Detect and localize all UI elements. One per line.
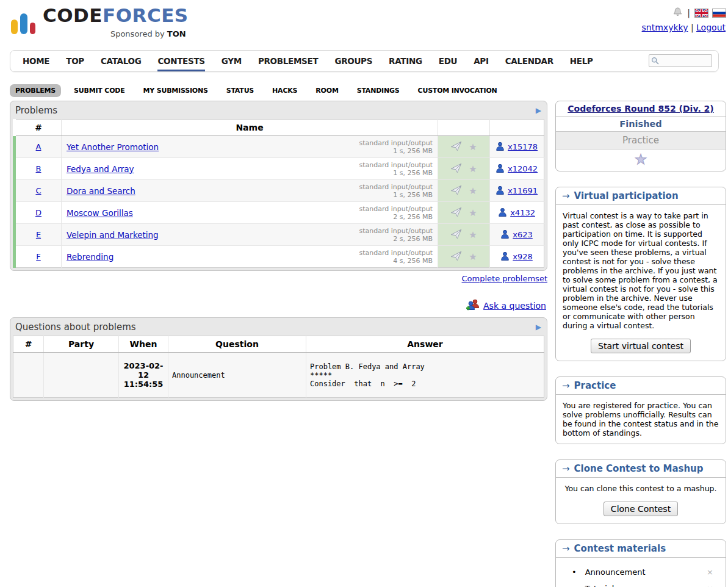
main-nav-items: HOMETOPCATALOGCONTESTSGYMPROBLEMSETGROUP… (23, 51, 593, 71)
subnav-item-standings[interactable]: STANDINGS (351, 84, 405, 97)
separator: | (691, 23, 694, 32)
nav-item-calendar[interactable]: CALENDAR (505, 51, 553, 71)
close-icon[interactable]: × (703, 584, 717, 587)
problem-letter-link[interactable]: A (36, 142, 41, 151)
favorite-star-icon[interactable]: ★ (469, 142, 477, 153)
problem-letter-link[interactable]: D (35, 208, 41, 217)
problem-limits: standard input/output 1 s, 256 MB (353, 161, 433, 177)
practice-text: You are registered for practice. You can… (556, 395, 726, 444)
favorite-star-icon[interactable]: ★ (469, 207, 477, 218)
material-link[interactable]: Tutorial (585, 584, 614, 587)
english-flag-icon[interactable] (695, 9, 708, 17)
problem-name-link[interactable]: Rebrending (67, 252, 114, 262)
subnav-item-status[interactable]: STATUS (221, 84, 259, 97)
nav-item-problemset[interactable]: PROBLEMSET (258, 51, 318, 71)
expand-arrow-icon[interactable]: ▶ (536, 106, 541, 115)
logo-bars-icon (11, 7, 35, 34)
paper-plane-icon[interactable] (450, 254, 464, 263)
nav-item-help[interactable]: HELP (570, 51, 593, 71)
questions-caption: Questions about problems (15, 322, 136, 333)
paper-plane-icon[interactable] (450, 232, 464, 241)
bullet-icon: • (572, 567, 577, 577)
arrow-icon: → (562, 190, 570, 201)
nav-item-catalog[interactable]: CATALOG (101, 51, 142, 71)
problem-letter-link[interactable]: F (36, 252, 40, 261)
nav-item-edu[interactable]: EDU (439, 51, 458, 71)
problem-row: C Dora and Search standard input/output … (15, 180, 544, 202)
question-row: 2023-02-12 11:54:55 Announcement Problem… (13, 353, 544, 398)
problem-letter-link[interactable]: E (36, 230, 41, 239)
solved-count-link[interactable]: x15178 (508, 142, 538, 151)
question-answer: Problem B. Fedya and Array ***** Conside… (306, 353, 544, 398)
subnav-item-submit-code[interactable]: SUBMIT CODE (68, 84, 130, 97)
material-item: • Tutorial × (572, 580, 722, 587)
paper-plane-icon[interactable] (450, 144, 464, 153)
paper-plane-icon[interactable] (450, 188, 464, 197)
problems-caption: Problems (15, 105, 57, 116)
materials-list: • Announcement × • Tutorial × (556, 558, 726, 587)
close-icon[interactable]: × (703, 567, 717, 577)
practice-title: Practice (574, 380, 616, 391)
contest-info-box: Codeforces Round 852 (Div. 2) Finished P… (555, 101, 726, 171)
start-virtual-contest-button[interactable]: Start virtual contest (591, 339, 691, 353)
problem-name-link[interactable]: Dora and Search (67, 186, 135, 196)
russian-flag-icon[interactable] (713, 9, 726, 17)
username-link[interactable]: sntmxykky (642, 23, 688, 32)
problems-col-name: Name (62, 120, 438, 136)
question-num (13, 353, 44, 398)
clone-contest-button[interactable]: Clone Contest (604, 502, 678, 516)
problem-limits: standard input/output 4 s, 256 MB (353, 249, 433, 265)
favorite-star-icon[interactable]: ★ (469, 251, 477, 262)
solved-count-link[interactable]: x11691 (508, 186, 538, 195)
questions-table: # Party When Question Answer 2023-02-12 … (13, 336, 544, 398)
problem-limits: standard input/output 1 s, 256 MB (353, 183, 433, 199)
nav-item-contests[interactable]: CONTESTS (157, 51, 204, 71)
paper-plane-icon[interactable] (450, 166, 464, 175)
subnav-item-custom-invocation[interactable]: CUSTOM INVOCATION (413, 84, 503, 97)
subnav-item-my-submissions[interactable]: MY SUBMISSIONS (138, 84, 214, 97)
favorite-star-icon[interactable]: ★ (469, 229, 477, 240)
contest-materials-title: Contest materials (574, 543, 666, 554)
solved-count-link[interactable]: x4132 (510, 208, 535, 217)
contest-materials-box: → Contest materials • Announcement × • T… (555, 539, 726, 587)
favorite-star-icon[interactable]: ★ (469, 164, 477, 175)
solved-count-link[interactable]: x928 (513, 252, 533, 261)
ask-question-link[interactable]: Ask a question (483, 301, 546, 311)
paper-plane-icon[interactable] (450, 210, 464, 219)
contest-status: Finished (556, 117, 726, 132)
subnav-item-hacks[interactable]: HACKS (267, 84, 303, 97)
nav-item-rating[interactable]: RATING (389, 51, 422, 71)
problem-name-link[interactable]: Fedya and Array (67, 164, 134, 174)
codeforces-logo[interactable]: CODEFORCES Sponsored by TON (10, 6, 189, 43)
virtual-participation-text: Virtual contest is a way to take part in… (556, 205, 726, 336)
favorite-star-icon[interactable]: ★ (469, 185, 477, 196)
solved-count-link[interactable]: x12042 (508, 164, 538, 173)
logo-wordmark: CODEFORCES (43, 6, 189, 24)
nav-item-top[interactable]: TOP (66, 51, 84, 71)
bell-icon[interactable] (673, 7, 682, 19)
problem-row: A Yet Another Promotion standard input/o… (15, 136, 544, 158)
problem-letter-link[interactable]: B (36, 164, 41, 173)
contest-title-link[interactable]: Codeforces Round 852 (Div. 2) (568, 104, 713, 113)
problem-name-link[interactable]: Velepin and Marketing (67, 230, 159, 240)
solved-count-link[interactable]: x623 (513, 230, 533, 239)
problem-name-link[interactable]: Yet Another Promotion (67, 142, 159, 152)
subnav-item-problems[interactable]: PROBLEMS (10, 84, 61, 97)
nav-item-groups[interactable]: GROUPS (334, 51, 372, 71)
arrow-icon: → (562, 380, 570, 391)
material-link[interactable]: Announcement (585, 567, 646, 577)
problem-letter-link[interactable]: C (35, 186, 41, 195)
problem-limits: standard input/output 1 s, 256 MB (353, 139, 433, 155)
nav-item-api[interactable]: API (474, 51, 488, 71)
search-box (649, 54, 712, 67)
favorite-star-icon[interactable]: ★ (635, 151, 647, 167)
logout-link[interactable]: Logout (696, 23, 726, 32)
question-text: Announcement (168, 353, 306, 398)
nav-item-gym[interactable]: GYM (222, 51, 242, 71)
nav-item-home[interactable]: HOME (23, 51, 49, 71)
solved-person-icon (496, 142, 508, 151)
problem-name-link[interactable]: Moscow Gorillas (67, 208, 133, 218)
subnav-item-room[interactable]: ROOM (310, 84, 344, 97)
expand-arrow-icon[interactable]: ▶ (536, 323, 541, 331)
complete-problemset-link[interactable]: Complete problemset (462, 274, 547, 283)
